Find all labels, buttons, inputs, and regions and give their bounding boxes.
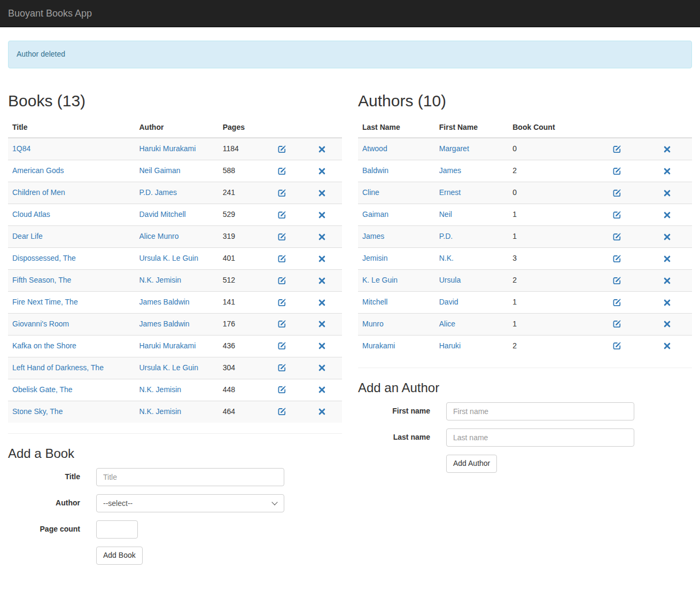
delete-book-button[interactable] xyxy=(318,188,325,197)
edit-author-button[interactable] xyxy=(613,232,621,240)
book-author-link[interactable]: Haruki Murakami xyxy=(139,341,196,350)
edit-book-button[interactable] xyxy=(278,276,286,284)
author-lastname-link[interactable]: Munro xyxy=(362,319,384,328)
author-lastname-link[interactable]: Murakami xyxy=(362,341,395,350)
author-firstname-link[interactable]: Alice xyxy=(439,319,455,328)
delete-book-button[interactable] xyxy=(318,363,325,372)
edit-book-button[interactable] xyxy=(278,341,286,350)
delete-author-button[interactable] xyxy=(664,341,671,350)
book-author-link[interactable]: David Mitchell xyxy=(139,210,186,219)
edit-author-button[interactable] xyxy=(613,210,621,219)
author-lastname-link[interactable]: K. Le Guin xyxy=(362,276,398,284)
book-title-link[interactable]: Stone Sky, The xyxy=(12,407,63,416)
delete-book-button[interactable] xyxy=(318,276,325,284)
book-author-link[interactable]: James Baldwin xyxy=(139,319,190,328)
author-firstname-link[interactable]: Neil xyxy=(439,210,452,219)
delete-book-button[interactable] xyxy=(318,341,325,350)
author-lastname-link[interactable]: Atwood xyxy=(362,144,387,153)
edit-author-button[interactable] xyxy=(613,254,621,262)
add-author-button[interactable]: Add Author xyxy=(446,455,497,473)
author-firstname-link[interactable]: Ursula xyxy=(439,276,461,284)
edit-book-button[interactable] xyxy=(278,385,286,394)
navbar-brand[interactable]: Buoyant Books App xyxy=(0,0,100,27)
book-title-link[interactable]: 1Q84 xyxy=(12,144,30,153)
edit-book-button[interactable] xyxy=(278,232,286,240)
edit-book-button[interactable] xyxy=(278,407,286,416)
book-title-link[interactable]: Children of Men xyxy=(12,188,65,197)
book-title-input[interactable] xyxy=(96,468,284,486)
edit-book-button[interactable] xyxy=(278,210,286,219)
book-author-link[interactable]: N.K. Jemisin xyxy=(139,385,182,394)
book-author-select[interactable]: --select-- xyxy=(96,494,284,512)
edit-author-button[interactable] xyxy=(613,298,621,306)
book-author-link[interactable]: Ursula K. Le Guin xyxy=(139,363,199,372)
delete-author-button[interactable] xyxy=(664,254,671,262)
delete-book-button[interactable] xyxy=(318,166,325,175)
edit-author-button[interactable] xyxy=(613,276,621,284)
delete-author-button[interactable] xyxy=(664,144,671,153)
delete-book-button[interactable] xyxy=(318,407,325,416)
edit-author-button[interactable] xyxy=(613,319,621,328)
edit-author-button[interactable] xyxy=(613,341,621,350)
edit-book-button[interactable] xyxy=(278,319,286,328)
edit-book-button[interactable] xyxy=(278,188,286,197)
author-firstname-link[interactable]: Haruki xyxy=(439,341,461,350)
edit-book-button[interactable] xyxy=(278,254,286,262)
edit-author-button[interactable] xyxy=(613,188,621,197)
delete-book-button[interactable] xyxy=(318,210,325,219)
delete-author-button[interactable] xyxy=(664,166,671,175)
book-author-link[interactable]: Haruki Murakami xyxy=(139,144,196,153)
author-lastname-link[interactable]: Gaiman xyxy=(362,210,388,219)
delete-author-button[interactable] xyxy=(664,188,671,197)
delete-book-button[interactable] xyxy=(318,319,325,328)
author-lastname-link[interactable]: Jemisin xyxy=(362,254,387,262)
book-title-link[interactable]: Dispossessed, The xyxy=(12,254,76,262)
delete-book-button[interactable] xyxy=(318,144,325,153)
book-title-link[interactable]: Fire Next Time, The xyxy=(12,298,78,306)
book-author-link[interactable]: Neil Gaiman xyxy=(139,166,181,175)
edit-book-button[interactable] xyxy=(278,363,286,372)
delete-author-button[interactable] xyxy=(664,298,671,306)
delete-author-button[interactable] xyxy=(664,232,671,240)
delete-book-button[interactable] xyxy=(318,385,325,394)
author-firstname-link[interactable]: Margaret xyxy=(439,144,469,153)
delete-author-button[interactable] xyxy=(664,319,671,328)
author-firstname-input[interactable] xyxy=(446,402,634,420)
edit-book-button[interactable] xyxy=(278,298,286,306)
author-lastname-link[interactable]: Baldwin xyxy=(362,166,388,175)
book-author-link[interactable]: N.K. Jemisin xyxy=(139,276,182,284)
add-book-button[interactable]: Add Book xyxy=(96,547,143,565)
book-author-link[interactable]: James Baldwin xyxy=(139,298,190,306)
book-title-link[interactable]: Dear Life xyxy=(12,232,43,240)
book-title-link[interactable]: American Gods xyxy=(12,166,64,175)
book-title-link[interactable]: Obelisk Gate, The xyxy=(12,385,73,394)
author-lastname-link[interactable]: James xyxy=(362,232,384,240)
delete-author-button[interactable] xyxy=(664,210,671,219)
delete-book-button[interactable] xyxy=(318,298,325,306)
book-author-link[interactable]: N.K. Jemisin xyxy=(139,407,182,416)
book-title-link[interactable]: Cloud Atlas xyxy=(12,210,50,219)
book-title-link[interactable]: Fifth Season, The xyxy=(12,276,71,284)
author-lastname-input[interactable] xyxy=(446,428,634,447)
author-firstname-link[interactable]: N.K. xyxy=(439,254,454,262)
edit-book-button[interactable] xyxy=(278,144,286,153)
author-firstname-link[interactable]: James xyxy=(439,166,461,175)
delete-book-button[interactable] xyxy=(318,254,325,262)
book-title-link[interactable]: Giovanni's Room xyxy=(12,319,69,328)
author-lastname-link[interactable]: Cline xyxy=(362,188,379,197)
delete-author-button[interactable] xyxy=(664,276,671,284)
book-title-link[interactable]: Kafka on the Shore xyxy=(12,341,76,350)
author-firstname-link[interactable]: David xyxy=(439,298,458,306)
delete-book-button[interactable] xyxy=(318,232,325,240)
edit-author-button[interactable] xyxy=(613,166,621,175)
book-title-link[interactable]: Left Hand of Darkness, The xyxy=(12,363,104,372)
author-lastname-link[interactable]: Mitchell xyxy=(362,298,387,306)
book-pagecount-input[interactable] xyxy=(96,520,138,539)
book-author-link[interactable]: P.D. James xyxy=(139,188,177,197)
book-author-link[interactable]: Ursula K. Le Guin xyxy=(139,254,199,262)
edit-author-button[interactable] xyxy=(613,144,621,153)
edit-book-button[interactable] xyxy=(278,166,286,175)
author-firstname-link[interactable]: Ernest xyxy=(439,188,461,197)
author-firstname-link[interactable]: P.D. xyxy=(439,232,453,240)
book-author-link[interactable]: Alice Munro xyxy=(139,232,179,240)
